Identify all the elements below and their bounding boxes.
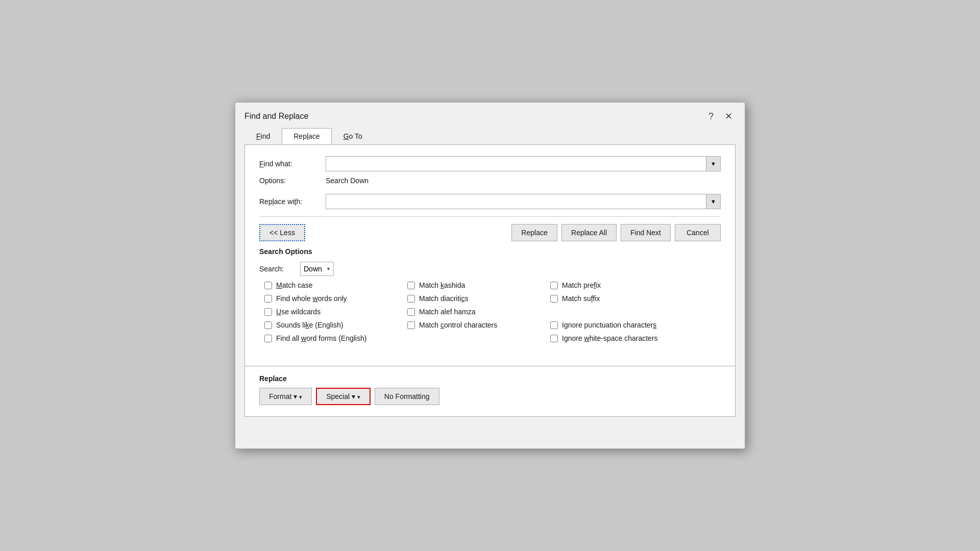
ignore-punctuation-checkbox[interactable]: [550, 321, 558, 329]
find-replace-dialog: Find and Replace ? ✕ Find Replace Go To …: [235, 102, 745, 449]
options-label: Options:: [259, 177, 326, 185]
format-button[interactable]: Format ▾: [259, 388, 312, 405]
find-next-button[interactable]: Find Next: [621, 224, 671, 241]
checkbox-col1-empty: [407, 334, 550, 342]
match-control-checkbox[interactable]: [407, 321, 415, 329]
match-prefix-checkbox[interactable]: [550, 282, 558, 289]
no-formatting-label: No Formatting: [384, 392, 430, 400]
action-buttons: << Less Replace Replace All Find Next Ca…: [259, 224, 721, 241]
match-alef-hamza-label: Match alef hamza: [419, 308, 476, 316]
find-what-row: Find what: ▼: [259, 156, 721, 171]
replace-section-title: Replace: [259, 374, 721, 383]
replace-bottom-buttons: Format ▾ Special ▾ No Formatting: [259, 388, 721, 405]
search-label: Search:: [259, 265, 295, 273]
search-dropdown-row: Search: Up Down All: [259, 262, 721, 276]
find-all-word-forms-checkbox[interactable]: [264, 335, 272, 342]
divider-1: [259, 216, 721, 217]
sounds-like-label: Sounds like (English): [276, 321, 344, 329]
find-what-input-wrapper: ▼: [326, 156, 721, 171]
match-case-checkbox[interactable]: [264, 282, 272, 289]
replace-with-row: Replace with: ▼: [259, 194, 721, 209]
checkbox-ignore-punctuation: Ignore punctuation characters: [550, 321, 703, 329]
match-case-label: Match case: [276, 281, 313, 289]
tab-goto[interactable]: Go To: [332, 128, 374, 144]
options-row: Options: Search Down: [259, 177, 721, 185]
replace-with-dropdown[interactable]: ▼: [706, 194, 720, 209]
format-label: Format ▾: [269, 392, 297, 400]
checkbox-match-kashida: Match kashida: [407, 281, 550, 289]
special-button[interactable]: Special ▾: [316, 388, 371, 405]
search-options-section: Search Options Search: Up Down All Match: [259, 247, 721, 347]
less-button[interactable]: << Less: [259, 224, 305, 241]
ignore-punctuation-label: Ignore punctuation characters: [562, 321, 656, 329]
checkbox-match-prefix: Match prefix: [550, 281, 703, 289]
checkbox-find-all-word-forms: Find all word forms (English): [264, 334, 407, 342]
match-diacritics-label: Match diacritics: [419, 294, 468, 303]
find-whole-words-label: Find whole words only: [276, 294, 347, 303]
tab-find-label: Find: [256, 132, 270, 140]
close-button[interactable]: ✕: [722, 110, 736, 123]
cancel-button[interactable]: Cancel: [675, 224, 721, 241]
ignore-whitespace-checkbox[interactable]: [550, 335, 558, 342]
search-select-wrapper: Up Down All: [300, 262, 334, 276]
checkbox-use-wildcards: Use wildcards: [264, 308, 407, 316]
replace-bottom-section: Replace Format ▾ Special ▾ No Formatting: [244, 366, 736, 417]
title-bar: Find and Replace ? ✕: [235, 103, 745, 123]
find-all-word-forms-label: Find all word forms (English): [276, 334, 366, 342]
replace-all-button[interactable]: Replace All: [561, 224, 617, 241]
tab-replace-label: Replace: [293, 132, 320, 140]
replace-with-input[interactable]: [326, 194, 706, 209]
checkbox-match-diacritics: Match diacritics: [407, 294, 550, 303]
checkbox-find-whole-words: Find whole words only: [264, 294, 407, 303]
replace-with-label: Replace with:: [259, 197, 326, 206]
use-wildcards-checkbox[interactable]: [264, 308, 272, 316]
dialog-content: Find what: ▼ Options: Search Down Replac…: [244, 144, 736, 366]
checkbox-match-suffix: Match suffix: [550, 294, 703, 303]
search-options-title: Search Options: [259, 247, 721, 256]
checkboxes-grid: Match case Match kashida Match prefix Fi…: [264, 281, 721, 347]
title-bar-icons: ? ✕: [705, 110, 736, 123]
search-select[interactable]: Up Down All: [300, 262, 334, 276]
match-kashida-label: Match kashida: [419, 281, 465, 289]
tab-replace[interactable]: Replace: [282, 128, 331, 144]
find-whole-words-checkbox[interactable]: [264, 295, 272, 303]
checkbox-match-alef-hamza: Match alef hamza: [407, 308, 550, 316]
tab-find[interactable]: Find: [244, 128, 282, 144]
dialog-title: Find and Replace: [244, 112, 308, 121]
match-kashida-checkbox[interactable]: [407, 282, 415, 289]
match-diacritics-checkbox[interactable]: [407, 295, 415, 303]
replace-with-input-wrapper: ▼: [326, 194, 721, 209]
checkbox-ignore-whitespace: Ignore white-space characters: [550, 334, 703, 342]
no-formatting-button[interactable]: No Formatting: [375, 388, 439, 405]
tabs: Find Replace Go To: [235, 123, 745, 144]
checkbox-match-control: Match control characters: [407, 321, 550, 329]
find-what-dropdown[interactable]: ▼: [706, 157, 720, 171]
match-prefix-label: Match prefix: [562, 281, 601, 289]
special-label: Special ▾: [326, 392, 355, 400]
match-suffix-checkbox[interactable]: [550, 295, 558, 303]
tab-goto-label: Go To: [344, 132, 362, 140]
find-what-label: Find what:: [259, 160, 326, 168]
ignore-whitespace-label: Ignore white-space characters: [562, 334, 658, 342]
checkbox-empty-col2-row3: [550, 308, 703, 316]
checkbox-match-case: Match case: [264, 281, 407, 289]
use-wildcards-label: Use wildcards: [276, 308, 321, 316]
checkbox-sounds-like: Sounds like (English): [264, 321, 407, 329]
options-value: Search Down: [326, 177, 369, 185]
sounds-like-checkbox[interactable]: [264, 321, 272, 329]
replace-button[interactable]: Replace: [511, 224, 557, 241]
match-alef-hamza-checkbox[interactable]: [407, 308, 415, 316]
help-button[interactable]: ?: [705, 110, 717, 123]
match-control-label: Match control characters: [419, 321, 497, 329]
match-suffix-label: Match suffix: [562, 294, 600, 303]
find-what-input[interactable]: [326, 157, 706, 171]
